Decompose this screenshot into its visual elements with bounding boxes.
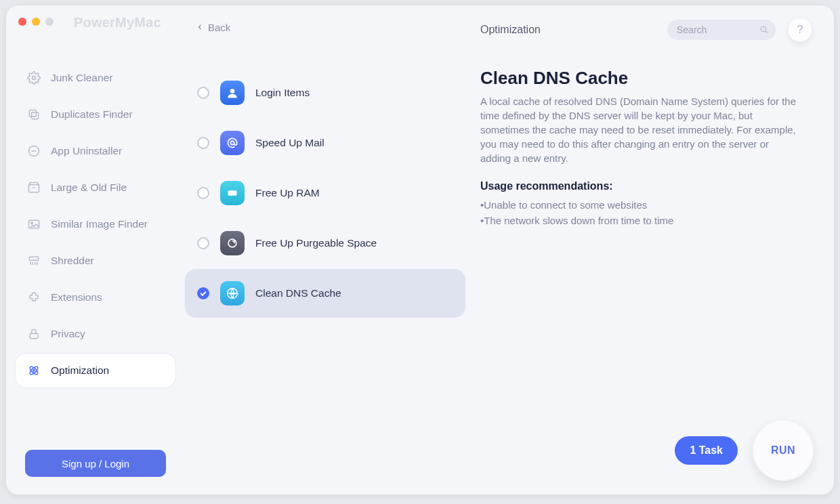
detail-header: Optimization ? bbox=[480, 18, 799, 42]
option-label: Clean DNS Cache bbox=[255, 287, 341, 299]
option-label: Login Items bbox=[255, 87, 310, 99]
help-button[interactable]: ? bbox=[788, 18, 812, 42]
signup-login-button[interactable]: Sign up / Login bbox=[25, 450, 166, 477]
chevron-left-icon bbox=[196, 22, 204, 33]
optimization-options-list: Login Items Speed Up Mail RAM Free Up RA… bbox=[185, 68, 465, 318]
back-label: Back bbox=[208, 22, 230, 33]
login-items-icon bbox=[220, 81, 245, 105]
back-button[interactable]: Back bbox=[185, 18, 465, 37]
svg-rect-2 bbox=[29, 110, 36, 117]
sidebar-item-optimization[interactable]: Optimization bbox=[16, 354, 175, 387]
action-footer: 1 Task RUN bbox=[675, 420, 814, 481]
minimize-window-icon[interactable] bbox=[32, 18, 40, 26]
task-count-pill[interactable]: 1 Task bbox=[675, 436, 738, 465]
radio-unchecked-icon[interactable] bbox=[197, 87, 209, 99]
recommendation-item: The network slows down from time to time bbox=[480, 213, 799, 229]
purgeable-icon bbox=[220, 231, 245, 255]
maximize-window-icon[interactable] bbox=[45, 18, 54, 26]
svg-point-9 bbox=[33, 370, 35, 372]
option-label: Free Up RAM bbox=[255, 187, 320, 199]
svg-point-6 bbox=[31, 222, 33, 224]
option-speed-up-mail[interactable]: Speed Up Mail bbox=[185, 119, 465, 167]
sidebar-item-label: Extensions bbox=[51, 291, 102, 303]
uninstall-icon bbox=[26, 144, 41, 159]
app-window: PowerMyMac Junk Cleaner Duplicates Finde… bbox=[6, 5, 834, 495]
sidebar-item-extensions[interactable]: Extensions bbox=[16, 280, 175, 314]
sidebar-item-label: App Uninstaller bbox=[51, 145, 122, 157]
gear-icon bbox=[26, 70, 41, 85]
option-free-up-purgeable-space[interactable]: Free Up Purgeable Space bbox=[185, 219, 465, 268]
options-column: Back Login Items Speed Up Mail bbox=[185, 5, 465, 495]
radio-unchecked-icon[interactable] bbox=[197, 187, 209, 199]
section-title: Optimization bbox=[480, 24, 541, 36]
svg-point-12 bbox=[230, 89, 235, 93]
sidebar-item-label: Duplicates Finder bbox=[51, 108, 133, 121]
svg-line-20 bbox=[765, 31, 768, 33]
radio-checked-icon[interactable] bbox=[197, 287, 209, 299]
sidebar-item-label: Similar Image Finder bbox=[51, 218, 148, 230]
sidebar-item-junk-cleaner[interactable]: Junk Cleaner bbox=[16, 61, 175, 95]
svg-point-19 bbox=[761, 26, 766, 32]
sidebar-item-shredder[interactable]: Shredder bbox=[16, 244, 175, 278]
image-icon bbox=[26, 217, 41, 232]
atom-icon bbox=[26, 363, 41, 378]
sidebar-item-label: Shredder bbox=[51, 255, 94, 267]
option-free-up-ram[interactable]: RAM Free Up RAM bbox=[185, 169, 465, 217]
usage-recommendations: Unable to connect to some websites The n… bbox=[480, 198, 799, 228]
close-window-icon[interactable] bbox=[18, 18, 26, 26]
svg-point-0 bbox=[33, 77, 36, 80]
sidebar: Junk Cleaner Duplicates Finder App Unins… bbox=[6, 5, 185, 495]
run-button[interactable]: RUN bbox=[753, 420, 814, 481]
ram-chip-icon: RAM bbox=[220, 181, 245, 205]
sidebar-item-label: Junk Cleaner bbox=[51, 72, 112, 84]
detail-body: Clean DNS Cache A local cache of resolve… bbox=[480, 68, 799, 228]
svg-rect-1 bbox=[32, 112, 39, 119]
detail-title: Clean DNS Cache bbox=[480, 68, 799, 89]
svg-text:RAM: RAM bbox=[229, 192, 236, 195]
radio-unchecked-icon[interactable] bbox=[197, 137, 209, 149]
sidebar-item-label: Large & Old File bbox=[51, 182, 127, 194]
lock-icon bbox=[26, 327, 41, 341]
sidebar-item-similar-image-finder[interactable]: Similar Image Finder bbox=[16, 207, 175, 241]
search-wrap bbox=[667, 20, 776, 40]
option-clean-dns-cache[interactable]: DNS Clean DNS Cache bbox=[185, 269, 465, 318]
option-label: Free Up Purgeable Space bbox=[255, 237, 377, 249]
mail-at-icon bbox=[220, 131, 245, 155]
option-label: Speed Up Mail bbox=[255, 137, 324, 149]
shredder-icon bbox=[26, 253, 41, 268]
window-controls bbox=[18, 18, 54, 26]
option-login-items[interactable]: Login Items bbox=[185, 68, 465, 117]
puzzle-icon bbox=[26, 290, 41, 305]
svg-text:DNS: DNS bbox=[230, 292, 236, 295]
svg-rect-7 bbox=[29, 257, 38, 260]
search-icon bbox=[759, 24, 769, 37]
svg-rect-4 bbox=[29, 185, 39, 192]
detail-description: A local cache of resolved DNS (Domain Na… bbox=[480, 94, 799, 165]
sidebar-item-label: Optimization bbox=[51, 364, 109, 377]
sidebar-item-large-old-file[interactable]: Large & Old File bbox=[16, 171, 175, 205]
copies-icon bbox=[26, 107, 41, 122]
question-mark-icon: ? bbox=[797, 23, 803, 37]
usage-heading: Usage recommendations: bbox=[480, 180, 799, 192]
detail-column: Optimization ? Clean DNS Cache A local c… bbox=[465, 5, 834, 495]
sidebar-item-duplicates-finder[interactable]: Duplicates Finder bbox=[16, 98, 175, 131]
sidebar-item-label: Privacy bbox=[51, 328, 85, 340]
sidebar-item-app-uninstaller[interactable]: App Uninstaller bbox=[16, 134, 175, 168]
sidebar-item-privacy[interactable]: Privacy bbox=[16, 317, 175, 351]
file-box-icon bbox=[26, 180, 41, 195]
radio-unchecked-icon[interactable] bbox=[197, 237, 209, 249]
dns-globe-icon: DNS bbox=[220, 281, 245, 306]
svg-rect-8 bbox=[30, 333, 38, 339]
app-title: PowerMyMac bbox=[74, 15, 161, 30]
recommendation-item: Unable to connect to some websites bbox=[480, 198, 799, 213]
